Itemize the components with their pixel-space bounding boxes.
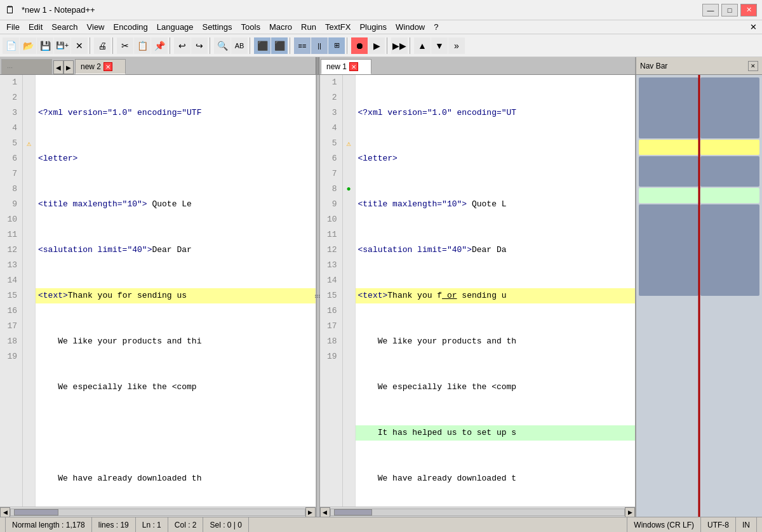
tb-zoom-in[interactable]: ⬛ xyxy=(254,37,271,54)
left-line-6: We like your products and thi xyxy=(36,334,316,349)
right-line-4: <salutation limit="40">Dear Da xyxy=(356,243,636,258)
right-gutter: ⚠ ● xyxy=(343,75,356,507)
tb-close[interactable]: ✕ xyxy=(71,37,88,54)
tab-new2[interactable]: new 2 ✕ xyxy=(75,59,126,74)
tb-open[interactable]: 📂 xyxy=(20,37,36,54)
menu-plugins[interactable]: Plugins xyxy=(356,22,391,32)
tb-copy[interactable]: 📋 xyxy=(134,37,150,54)
tb-macro-rec[interactable]: ⏺ xyxy=(351,37,368,54)
nav-bar-content xyxy=(636,75,762,517)
tb-zoom-out[interactable]: ⬛ xyxy=(271,37,288,54)
left-scroll-thumb[interactable] xyxy=(14,509,58,515)
left-gutter: ⚠ xyxy=(23,75,36,507)
menu-help[interactable]: ? xyxy=(430,22,442,32)
tab-new1[interactable]: new 1 ✕ xyxy=(321,59,371,74)
right-code-content[interactable]: <?xml version="1.0" encoding="UT <letter… xyxy=(356,75,636,507)
status-encoding: UTF-8 xyxy=(701,517,736,532)
tab-new1-close[interactable]: ✕ xyxy=(349,62,358,71)
left-line-1: <?xml version="1.0" encoding="UTF xyxy=(36,105,316,121)
right-pane: 1 2 3 4 5 6 7 8 9 10 11 12 13 14 15 16 1 xyxy=(320,75,636,517)
menu-bar: File Edit Search View Encoding Language … xyxy=(0,20,762,34)
menu-encoding[interactable]: Encoding xyxy=(110,22,152,32)
app-icon: 🗒 xyxy=(5,4,17,16)
left-line-7: We especially like the <comp xyxy=(36,380,316,395)
menu-search[interactable]: Search xyxy=(48,22,81,32)
right-scroll-track[interactable] xyxy=(330,509,625,516)
menu-tools[interactable]: Tools xyxy=(237,22,264,32)
tb-find[interactable]: 🔍 xyxy=(214,37,231,54)
left-pane: 1 2 3 4 5 6 7 8 9 10 11 12 13 14 15 16 1 xyxy=(0,75,316,517)
menu-run[interactable]: Run xyxy=(297,22,320,32)
right-line-9: We have already downloaded t xyxy=(356,471,636,486)
tab-prev-button[interactable]: ◀ xyxy=(53,60,64,74)
tb-new[interactable]: 📄 xyxy=(3,37,19,54)
tb-down[interactable]: ▼ xyxy=(431,37,448,54)
tb-more[interactable]: » xyxy=(448,37,465,54)
nav-seg-r-green xyxy=(700,188,760,203)
tb-undo[interactable]: ↩ xyxy=(174,37,190,54)
tb-save-all[interactable]: 💾+ xyxy=(54,37,70,54)
tb-print[interactable]: 🖨 xyxy=(94,37,110,54)
minimize-button[interactable]: — xyxy=(702,4,719,17)
left-line-9: We have already downloaded th xyxy=(36,471,316,486)
menu-macro[interactable]: Macro xyxy=(265,22,296,32)
toolbar-separator-3 xyxy=(170,37,172,54)
menu-close-icon[interactable]: ✕ xyxy=(747,22,759,32)
right-scroll-right[interactable]: ▶ xyxy=(625,507,635,517)
tb-redo[interactable]: ↪ xyxy=(191,37,208,54)
left-line-8 xyxy=(36,425,316,441)
menu-view[interactable]: View xyxy=(83,22,109,32)
tab-new2-label: new 2 xyxy=(81,62,101,71)
right-line-8: It has helped us to set up s xyxy=(356,425,636,441)
maximize-button[interactable]: □ xyxy=(721,4,738,17)
left-line-numbers: 1 2 3 4 5 6 7 8 9 10 11 12 13 14 15 16 1 xyxy=(0,75,23,507)
tb-run[interactable]: ▶▶ xyxy=(391,37,408,54)
left-scrollbar[interactable]: ◀ ▶ xyxy=(0,507,316,517)
tb-cut[interactable]: ✂ xyxy=(117,37,133,54)
tab-new2-close[interactable]: ✕ xyxy=(104,62,112,71)
menu-language[interactable]: Language xyxy=(153,22,197,32)
menu-edit[interactable]: Edit xyxy=(25,22,46,32)
menu-settings[interactable]: Settings xyxy=(199,22,236,32)
tb-split[interactable]: ⊞ xyxy=(328,37,345,54)
tb-save[interactable]: 💾 xyxy=(37,37,53,54)
right-scroll-left[interactable]: ◀ xyxy=(320,507,330,517)
left-code-content[interactable]: <?xml version="1.0" encoding="UTF <lette… xyxy=(36,75,316,507)
status-col: Col : 2 xyxy=(168,517,204,532)
editor-area: 1 2 3 4 5 6 7 8 9 10 11 12 13 14 15 16 1 xyxy=(0,75,762,517)
left-scroll-right[interactable]: ▶ xyxy=(305,507,316,517)
status-bar: Normal length : 1,178 lines : 19 Ln : 1 … xyxy=(0,517,762,532)
toolbar-separator-1 xyxy=(90,37,92,54)
nav-bar-close-button[interactable]: ✕ xyxy=(748,61,758,71)
tb-paste[interactable]: 📌 xyxy=(151,37,168,54)
tab-inactive-1[interactable]: ··· xyxy=(1,59,52,74)
window-title: *new 1 - Notepad++ xyxy=(22,5,95,15)
nav-seg-r3 xyxy=(700,204,760,296)
nav-col-left xyxy=(639,77,698,514)
tb-replace[interactable]: AB xyxy=(231,37,248,54)
nav-col-right xyxy=(700,77,760,514)
tab-next-button[interactable]: ▶ xyxy=(64,60,74,74)
toolbar-separator-6 xyxy=(290,37,292,54)
menu-window[interactable]: Window xyxy=(392,22,429,32)
right-scroll-thumb[interactable] xyxy=(334,509,372,515)
menu-file[interactable]: File xyxy=(3,22,23,32)
status-eol: Windows (CR LF) xyxy=(627,517,701,532)
left-scroll-track[interactable] xyxy=(10,509,305,516)
nav-seg-1 xyxy=(639,77,698,138)
close-button[interactable]: ✕ xyxy=(740,4,757,17)
nav-seg-r-yellow xyxy=(700,140,760,155)
nav-seg-3 xyxy=(639,204,698,296)
tb-sync-h[interactable]: ≡≡ xyxy=(294,37,311,54)
tb-up[interactable]: ▲ xyxy=(414,37,431,54)
tb-macro-play[interactable]: ▶ xyxy=(368,37,385,54)
right-warning-icon-5: ⚠ xyxy=(346,139,351,149)
nav-seg-r1 xyxy=(700,77,760,138)
menu-textfx[interactable]: TextFX xyxy=(321,22,354,32)
toolbar-separator-8 xyxy=(387,37,389,54)
nav-seg-yellow xyxy=(639,140,698,155)
right-scrollbar[interactable]: ◀ ▶ xyxy=(320,507,636,517)
tb-sync-v[interactable]: || xyxy=(311,37,328,54)
left-scroll-left[interactable]: ◀ xyxy=(0,507,10,517)
left-line-3: <title maxlength="10"> Quote Le xyxy=(36,197,316,212)
